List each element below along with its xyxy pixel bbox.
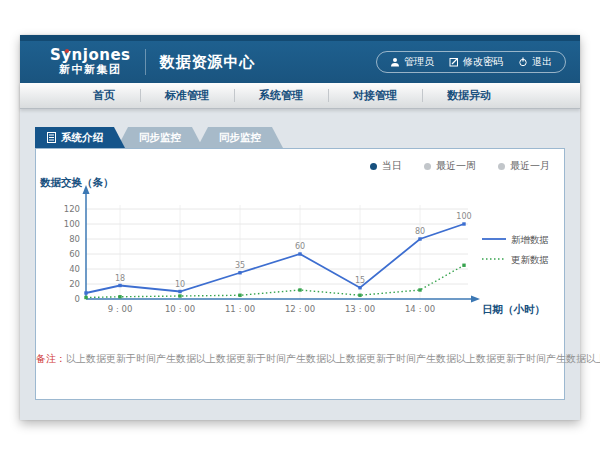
svg-text:80: 80 [69,234,80,244]
tab-sync-monitor-2-label: 同步监控 [219,131,261,145]
series-0-point-0 [84,291,87,294]
svg-text:0: 0 [75,294,80,304]
footnote-text: 以上数据更新于时间产生数据以上数据更新于时间产生数据以上数据更新于时间产生数据以… [66,353,600,364]
series-0-point-5 [358,286,361,289]
series-1-point-3 [238,294,241,297]
svg-text:80: 80 [415,227,425,236]
logout-label: 退出 [532,55,552,69]
document-icon [47,132,56,143]
nav-item-standard-mgmt-label: 标准管理 [165,88,209,103]
series-0-point-1 [118,284,121,287]
radio-dot [498,163,505,170]
series-1-point-0 [84,296,87,299]
svg-text:14：00: 14：00 [405,304,435,314]
nav-item-data-change-label: 数据异动 [447,88,491,103]
series-1-point-4 [298,288,301,291]
svg-text:新增数据: 新增数据 [511,234,549,245]
tab-sync-monitor-2[interactable]: 同步监控 [197,127,283,148]
user-menu: 管理员 修改密码 退出 [376,51,566,73]
change-password-label: 修改密码 [463,55,503,69]
series-0-point-6 [418,237,421,240]
time-range-radios: 当日 最近一周 最近一月 [36,149,564,173]
svg-text:日期（小时）: 日期（小时） [482,303,545,316]
series-0-point-4 [298,252,301,255]
series-line-0 [86,224,464,293]
tab-sync-monitor-1-label: 同步监控 [139,131,181,145]
series-1-point-1 [118,295,121,298]
radio-last-week[interactable]: 最近一周 [424,159,476,173]
svg-text:数据交换（条）: 数据交换（条） [39,176,114,189]
svg-text:60: 60 [69,249,80,259]
footnote-prefix: 备注： [36,353,66,364]
nav-item-system-mgmt-label: 系统管理 [259,88,303,103]
logo-sub-text: 新中新集团 [50,64,131,76]
nav-item-interface-mgmt-label: 对接管理 [353,88,397,103]
svg-text:100: 100 [64,219,80,229]
header-divider [145,49,146,75]
series-1-point-2 [178,294,181,297]
data-exchange-chart: 数据交换（条）日期（小时）0204060801001209：0010：0011：… [36,175,564,335]
app-window: Synjones 新中新集团 数据资源中心 管理员 修改密码 [20,35,580,420]
svg-text:9：00: 9：00 [108,304,133,314]
series-line-1 [86,265,464,297]
svg-text:100: 100 [456,212,471,221]
svg-text:15: 15 [355,276,365,285]
svg-text:20: 20 [69,279,80,289]
app-header: Synjones 新中新集团 数据资源中心 管理员 修改密码 [20,41,580,83]
radio-last-month[interactable]: 最近一月 [498,159,550,173]
admin-user-button[interactable]: 管理员 [390,55,434,69]
series-0-point-7 [462,222,465,225]
nav-item-data-change[interactable]: 数据异动 [422,83,516,108]
series-0-point-2 [178,290,181,293]
tab-system-intro[interactable]: 系统介绍 [35,127,125,148]
logo-brand-text: Synjones [50,48,131,64]
nav-item-home[interactable]: 首页 [68,83,140,108]
nav-item-system-mgmt[interactable]: 系统管理 [234,83,328,108]
company-logo: Synjones 新中新集团 [50,48,131,75]
change-password-button[interactable]: 修改密码 [449,55,503,69]
nav-item-home-label: 首页 [93,88,115,103]
radio-last-month-label: 最近一月 [510,159,550,173]
tab-system-intro-label: 系统介绍 [61,131,103,145]
user-icon [390,57,400,67]
svg-text:10: 10 [175,280,185,289]
chart-panel: 当日 最近一周 最近一月 数据交换（条）日期（小时）02040608010012… [35,148,565,400]
radio-last-week-label: 最近一周 [436,159,476,173]
main-nav: 首页 标准管理 系统管理 对接管理 数据异动 [20,83,580,109]
svg-text:13：00: 13：00 [345,304,375,314]
footnote: 备注：以上数据更新于时间产生数据以上数据更新于时间产生数据以上数据更新于时间产生… [36,352,564,366]
logout-button[interactable]: 退出 [518,55,552,69]
series-0-point-3 [238,271,241,274]
admin-user-label: 管理员 [404,55,434,69]
series-1-point-7 [462,264,465,267]
svg-text:40: 40 [69,264,80,274]
page-title: 数据资源中心 [160,53,256,72]
svg-text:18: 18 [115,274,125,283]
power-icon [518,57,528,67]
tab-bar: 系统介绍 同步监控 同步监控 [35,127,565,148]
svg-text:35: 35 [235,261,245,270]
content-area: 系统介绍 同步监控 同步监控 当日 最近一周 最近一月 数据交换（条）日期（小时… [20,109,580,420]
radio-today[interactable]: 当日 [370,159,402,173]
legend-entry-0[interactable]: 新增数据 [482,234,549,245]
svg-text:10：00: 10：00 [165,304,195,314]
radio-today-label: 当日 [382,159,402,173]
svg-text:60: 60 [295,242,305,251]
tab-sync-monitor-1[interactable]: 同步监控 [117,127,203,148]
radio-dot [424,163,431,170]
svg-text:12：00: 12：00 [285,304,315,314]
radio-dot [370,163,377,170]
series-1-point-5 [358,294,361,297]
nav-item-standard-mgmt[interactable]: 标准管理 [140,83,234,108]
line-chart: 数据交换（条）日期（小时）0204060801001209：0010：0011：… [36,175,564,339]
nav-item-interface-mgmt[interactable]: 对接管理 [328,83,422,108]
svg-text:更新数据: 更新数据 [511,254,549,265]
series-1-point-6 [418,288,421,291]
svg-text:11：00: 11：00 [225,304,255,314]
legend-entry-1[interactable]: 更新数据 [482,254,549,265]
svg-text:120: 120 [64,204,80,214]
edit-icon [449,57,459,67]
